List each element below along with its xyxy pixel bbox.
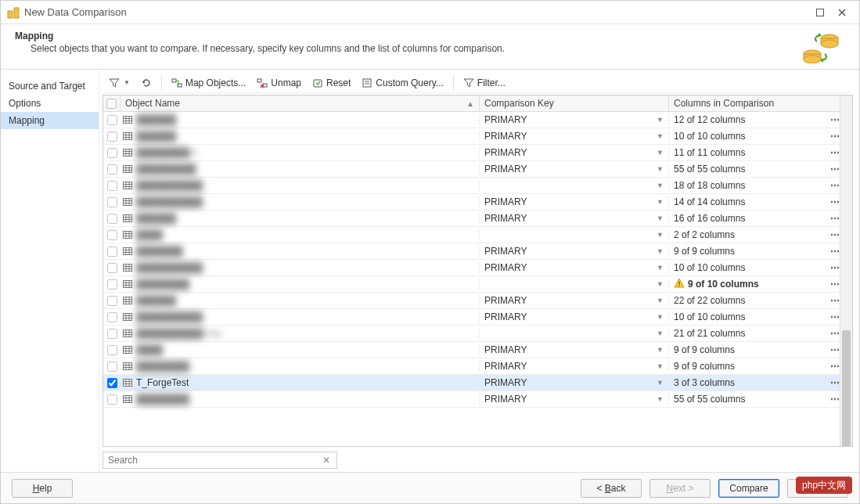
columns-cell[interactable]: 21 of 21 columns — [669, 328, 830, 339]
comparison-key-cell[interactable]: ▼ — [480, 231, 669, 239]
comparison-key-cell[interactable]: PRIMARY▼ — [480, 114, 669, 125]
step-options[interactable]: Options — [1, 95, 99, 112]
map-objects-button[interactable]: Map Objects... — [167, 76, 250, 90]
table-row[interactable]: ████████PRIMARY▼55 of 55 columns⋯ — [103, 391, 840, 408]
comparison-key-cell[interactable]: ▼ — [480, 280, 669, 288]
object-name-cell[interactable]: ████████m — [121, 147, 480, 158]
object-name-cell[interactable]: T_ForgeTest — [121, 377, 480, 388]
object-name-cell[interactable]: ██████ — [121, 213, 480, 224]
table-row[interactable]: ██████PRIMARY▼12 of 12 columns⋯ — [103, 112, 840, 128]
comparison-key-cell[interactable]: PRIMARY▼ — [480, 131, 669, 142]
refresh-button[interactable] — [136, 76, 157, 90]
row-checkbox[interactable] — [103, 394, 121, 405]
maximize-button[interactable] — [809, 5, 831, 20]
more-button[interactable]: ⋯ — [830, 262, 840, 273]
object-name-cell[interactable]: ████████ — [121, 361, 480, 372]
table-row[interactable]: ████████▼9 of 10 columns⋯ — [103, 276, 840, 293]
more-button[interactable]: ⋯ — [830, 180, 840, 191]
columns-cell[interactable]: 11 of 11 columns — [669, 147, 830, 158]
comparison-key-cell[interactable]: PRIMARY▼ — [480, 344, 669, 355]
columns-cell[interactable]: 16 of 16 columns — [669, 213, 830, 224]
header-columns[interactable]: Columns in Comparison — [669, 95, 840, 111]
table-row[interactable]: ████████mPRIMARY▼11 of 11 columns⋯ — [103, 145, 840, 161]
comparison-key-cell[interactable]: PRIMARY▼ — [480, 295, 669, 306]
columns-cell[interactable]: 9 of 9 columns — [669, 361, 830, 372]
table-row[interactable]: ████PRIMARY▼9 of 9 columns⋯ — [103, 342, 840, 358]
help-button[interactable]: Help — [12, 479, 73, 498]
comparison-key-cell[interactable]: ▼ — [480, 329, 669, 337]
columns-cell[interactable]: 10 of 10 columns — [669, 262, 830, 273]
more-button[interactable]: ⋯ — [830, 196, 840, 207]
columns-cell[interactable]: 9 of 9 columns — [669, 246, 830, 257]
custom-query-button[interactable]: Custom Query... — [357, 76, 448, 90]
object-name-cell[interactable]: ██████████ — [121, 311, 480, 322]
compare-button[interactable]: Compare — [718, 479, 779, 498]
object-name-cell[interactable]: ██████████ — [121, 196, 480, 207]
columns-cell[interactable]: 18 of 18 columns — [669, 180, 830, 191]
row-checkbox[interactable] — [103, 115, 121, 125]
more-button[interactable]: ⋯ — [830, 147, 840, 158]
object-name-cell[interactable]: ████ — [121, 344, 480, 355]
close-button[interactable] — [831, 5, 853, 20]
comparison-key-cell[interactable]: PRIMARY▼ — [480, 147, 669, 158]
object-name-cell[interactable]: ██████████ — [121, 262, 480, 273]
search-input[interactable] — [106, 454, 319, 466]
more-button[interactable]: ⋯ — [830, 328, 840, 339]
table-row[interactable]: ████████PRIMARY▼9 of 9 columns⋯ — [103, 358, 840, 375]
more-button[interactable]: ⋯ — [830, 246, 840, 257]
row-checkbox[interactable] — [103, 197, 121, 207]
object-name-cell[interactable]: ██████████emp — [121, 328, 480, 339]
table-row[interactable]: ██████████PRIMARY▼10 of 10 columns⋯ — [103, 260, 840, 276]
object-name-cell[interactable]: ██████ — [121, 295, 480, 306]
comparison-key-cell[interactable]: PRIMARY▼ — [480, 246, 669, 257]
row-checkbox[interactable] — [103, 214, 121, 224]
row-checkbox[interactable] — [103, 329, 121, 339]
more-button[interactable]: ⋯ — [830, 311, 840, 322]
columns-cell[interactable]: 55 of 55 columns — [669, 164, 830, 175]
row-checkbox[interactable] — [103, 131, 121, 142]
row-checkbox[interactable] — [103, 362, 121, 372]
unmap-button[interactable]: Unmap — [252, 76, 306, 90]
search-input-wrap[interactable]: ✕ — [103, 452, 337, 469]
table-row[interactable]: ██████PRIMARY▼16 of 16 columns⋯ — [103, 211, 840, 227]
table-row[interactable]: ██████████PRIMARY▼14 of 14 columns⋯ — [103, 194, 840, 211]
header-object-name[interactable]: Object Name▲ — [121, 95, 480, 111]
columns-cell[interactable]: 22 of 22 columns — [669, 295, 830, 306]
object-name-cell[interactable]: ██████ — [121, 131, 480, 142]
table-row[interactable]: ██████████emp▼21 of 21 columns⋯ — [103, 326, 840, 342]
reset-button[interactable]: Reset — [308, 76, 355, 90]
columns-cell[interactable]: 10 of 10 columns — [669, 131, 830, 142]
comparison-key-cell[interactable]: PRIMARY▼ — [480, 361, 669, 372]
object-name-cell[interactable]: ██████ — [121, 114, 480, 125]
header-checkbox[interactable] — [103, 95, 121, 111]
more-button[interactable]: ⋯ — [830, 131, 840, 142]
filter-menu-button[interactable]: ▼ — [104, 76, 135, 90]
object-name-cell[interactable]: ████████ — [121, 279, 480, 290]
comparison-key-cell[interactable]: PRIMARY▼ — [480, 377, 669, 388]
more-button[interactable]: ⋯ — [830, 394, 840, 405]
table-row[interactable]: ███████PRIMARY▼9 of 9 columns⋯ — [103, 243, 840, 260]
row-checkbox[interactable] — [103, 296, 121, 306]
more-button[interactable]: ⋯ — [830, 344, 840, 355]
more-button[interactable]: ⋯ — [830, 295, 840, 306]
table-row[interactable]: ██████████PRIMARY▼10 of 10 columns⋯ — [103, 309, 840, 326]
row-checkbox[interactable] — [103, 312, 121, 322]
object-name-cell[interactable]: ██████████ — [121, 180, 480, 191]
more-button[interactable]: ⋯ — [830, 279, 840, 290]
objects-grid[interactable]: Object Name▲ Comparison Key Columns in C… — [103, 95, 840, 446]
filter-button[interactable]: Filter... — [459, 76, 510, 90]
columns-cell[interactable]: 9 of 9 columns — [669, 344, 830, 355]
step-mapping[interactable]: Mapping — [1, 112, 99, 129]
more-button[interactable]: ⋯ — [830, 377, 840, 388]
row-checkbox[interactable] — [103, 279, 121, 290]
row-checkbox[interactable] — [103, 148, 121, 158]
columns-cell[interactable]: 10 of 10 columns — [669, 311, 830, 322]
row-checkbox[interactable] — [103, 247, 121, 257]
comparison-key-cell[interactable]: PRIMARY▼ — [480, 213, 669, 224]
table-row[interactable]: █████████PRIMARY▼55 of 55 columns⋯ — [103, 161, 840, 178]
columns-cell[interactable]: 3 of 3 columns — [669, 377, 830, 388]
vertical-scrollbar[interactable] — [840, 95, 852, 446]
table-row[interactable]: ██████PRIMARY▼22 of 22 columns⋯ — [103, 293, 840, 309]
columns-cell[interactable]: 2 of 2 columns — [669, 229, 830, 240]
row-checkbox[interactable] — [103, 263, 121, 273]
